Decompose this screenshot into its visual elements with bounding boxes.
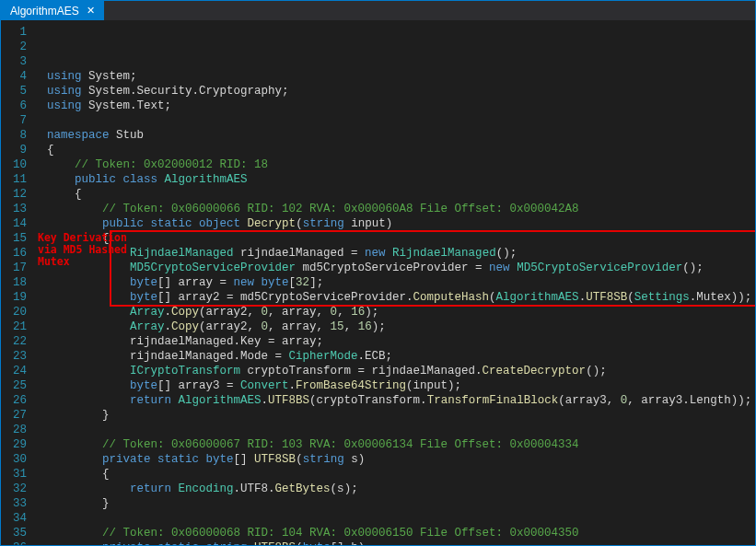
code-line[interactable]: RijndaelManaged rijndaelManaged = new Ri… <box>47 246 755 261</box>
code-line[interactable] <box>47 511 755 526</box>
code-line[interactable]: // Token: 0x06000067 RID: 103 RVA: 0x000… <box>47 437 755 452</box>
line-number: 3 <box>6 54 27 69</box>
code-line[interactable]: byte[] array = new byte[32]; <box>47 275 755 290</box>
line-number: 4 <box>6 69 27 84</box>
code-line[interactable]: MD5CryptoServiceProvider md5CryptoServic… <box>47 261 755 275</box>
line-number: 15 <box>6 231 27 246</box>
code-line[interactable] <box>47 113 755 128</box>
line-number: 36 <box>6 540 27 546</box>
code-line[interactable]: public static object Decrypt(string inpu… <box>47 216 755 231</box>
close-icon[interactable]: ✕ <box>85 5 97 17</box>
code-line[interactable]: } <box>47 496 755 511</box>
code-line[interactable]: // Token: 0x06000068 RID: 104 RVA: 0x000… <box>47 526 755 540</box>
line-number: 35 <box>6 526 27 540</box>
code-line[interactable]: // Token: 0x06000066 RID: 102 RVA: 0x000… <box>47 202 755 216</box>
code-line[interactable]: { <box>47 231 755 246</box>
line-number: 14 <box>6 216 27 231</box>
tab-algorithmaes[interactable]: AlgorithmAES ✕ <box>1 1 104 20</box>
line-number: 27 <box>6 408 27 423</box>
line-number: 19 <box>6 290 27 305</box>
code-line[interactable]: byte[] array2 = md5CryptoServiceProvider… <box>47 290 755 305</box>
tab-title: AlgorithmAES <box>10 5 79 17</box>
code-line[interactable]: Array.Copy(array2, 0, array, 0, 16); <box>47 305 755 319</box>
line-number: 5 <box>6 84 27 99</box>
line-number: 16 <box>6 246 27 261</box>
line-number: 32 <box>6 482 27 496</box>
line-number: 12 <box>6 187 27 202</box>
code-line[interactable]: return AlgorithmAES.UTF8BS(cryptoTransfo… <box>47 393 755 408</box>
code-line[interactable]: rijndaelManaged.Key = array; <box>47 334 755 349</box>
code-editor[interactable]: 1234567891011121314151617181920212223242… <box>1 21 755 545</box>
code-line[interactable]: return Encoding.UTF8.GetBytes(s); <box>47 482 755 496</box>
code-line[interactable]: { <box>47 467 755 482</box>
line-number: 21 <box>6 319 27 334</box>
line-number: 6 <box>6 99 27 113</box>
line-number: 20 <box>6 305 27 319</box>
line-number: 31 <box>6 467 27 482</box>
line-number-gutter: 1234567891011121314151617181920212223242… <box>1 21 36 545</box>
line-number: 30 <box>6 452 27 467</box>
code-line[interactable]: private static string UTF8BS(byte[] b) <box>47 540 755 546</box>
code-line[interactable]: private static byte[] UTF8SB(string s) <box>47 452 755 467</box>
code-line[interactable]: { <box>47 187 755 202</box>
code-line[interactable]: byte[] array3 = Convert.FromBase64String… <box>47 378 755 393</box>
line-number: 18 <box>6 275 27 290</box>
code-line[interactable]: namespace Stub <box>47 128 755 143</box>
line-number: 11 <box>6 172 27 187</box>
line-number: 23 <box>6 349 27 364</box>
code-area[interactable]: using System;using System.Security.Crypt… <box>36 21 755 545</box>
line-number: 9 <box>6 143 27 157</box>
code-line[interactable]: using System; <box>47 69 755 84</box>
line-number: 24 <box>6 364 27 378</box>
code-line[interactable]: Array.Copy(array2, 0, array, 15, 16); <box>47 319 755 334</box>
code-line[interactable]: } <box>47 408 755 423</box>
tab-bar: AlgorithmAES ✕ <box>1 1 755 21</box>
code-line[interactable]: using System.Text; <box>47 99 755 113</box>
code-line[interactable]: // Token: 0x02000012 RID: 18 <box>47 157 755 172</box>
code-line[interactable]: { <box>47 143 755 157</box>
line-number: 1 <box>6 25 27 40</box>
line-number: 2 <box>6 40 27 54</box>
line-number: 13 <box>6 202 27 216</box>
line-number: 25 <box>6 378 27 393</box>
code-line[interactable] <box>47 423 755 437</box>
code-line[interactable]: using System.Security.Cryptography; <box>47 84 755 99</box>
line-number: 17 <box>6 261 27 275</box>
line-number: 10 <box>6 157 27 172</box>
line-number: 34 <box>6 511 27 526</box>
line-number: 29 <box>6 437 27 452</box>
code-line[interactable]: public class AlgorithmAES <box>47 172 755 187</box>
line-number: 26 <box>6 393 27 408</box>
code-line[interactable]: rijndaelManaged.Mode = CipherMode.ECB; <box>47 349 755 364</box>
code-line[interactable]: ICryptoTransform cryptoTransform = rijnd… <box>47 364 755 378</box>
line-number: 7 <box>6 113 27 128</box>
line-number: 33 <box>6 496 27 511</box>
line-number: 8 <box>6 128 27 143</box>
line-number: 28 <box>6 423 27 437</box>
line-number: 22 <box>6 334 27 349</box>
